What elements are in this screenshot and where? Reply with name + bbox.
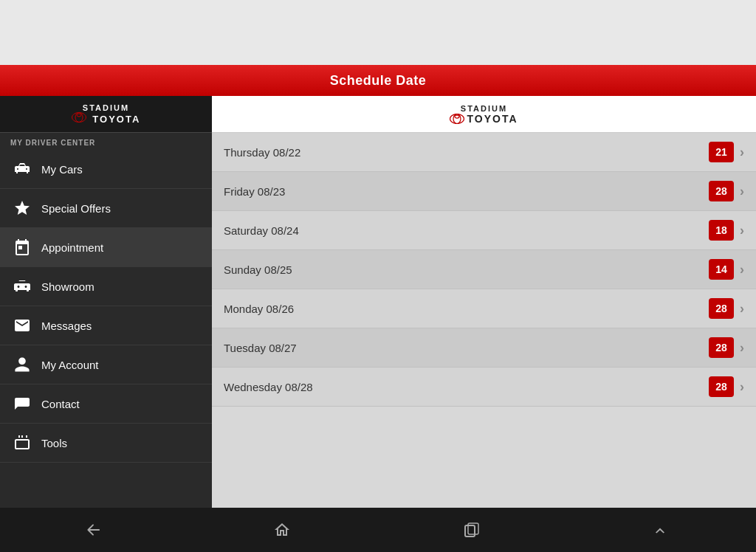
nav-item-special-offers[interactable]: Special Offers	[0, 189, 212, 228]
count-badge: 21	[709, 142, 734, 162]
nav-label-tools: Tools	[41, 437, 67, 449]
chevron-right-icon: ›	[740, 184, 744, 199]
chevron-right-icon: ›	[740, 223, 744, 238]
main-logo-top: STADIUM	[461, 104, 507, 113]
sidebar: STADIUM TOYOTA MY DRIVER CENTER	[0, 96, 212, 508]
count-badge: 28	[709, 376, 734, 397]
schedule-date-label: Wednesday 08/28	[224, 381, 313, 393]
schedule-item-right: 28›	[709, 181, 744, 201]
nav-item-appointment[interactable]: Appointment	[0, 228, 212, 267]
sidebar-logo-top: STADIUM	[83, 103, 129, 112]
schedule-date-label: Thursday 08/22	[224, 146, 300, 159]
nav-label-contact: Contact	[41, 398, 80, 410]
schedule-date-label: Tuesday 08/27	[224, 342, 297, 354]
schedule-list: Thursday 08/2221›Friday 08/2328›Saturday…	[212, 133, 756, 508]
main-content: STADIUM TOYOTA Thursday 08/2221›Friday 0…	[212, 96, 756, 508]
schedule-item-right: 21›	[709, 142, 744, 162]
schedule-date-label: Monday 08/26	[224, 303, 294, 315]
sidebar-logo: STADIUM TOYOTA	[0, 96, 212, 133]
nav-label-my-cars: My Cars	[41, 163, 83, 176]
schedule-date-label: Friday 08/23	[224, 185, 285, 198]
car-icon	[12, 160, 32, 178]
star-icon	[12, 199, 32, 217]
sidebar-logo-text: STADIUM TOYOTA	[72, 103, 141, 125]
count-badge: 28	[709, 298, 734, 319]
app-container: Schedule Date STADIUM TOYOTA	[0, 65, 756, 552]
page-title: Schedule Date	[330, 73, 427, 89]
chevron-right-icon: ›	[740, 301, 744, 317]
schedule-item-right: 28›	[709, 298, 744, 319]
recent-apps-button[interactable]	[447, 515, 498, 545]
sidebar-section-label: MY DRIVER CENTER	[0, 133, 212, 150]
bottom-nav-bar	[0, 508, 756, 552]
nav-label-showroom: Showroom	[41, 280, 94, 293]
message-icon	[12, 317, 32, 334]
nav-label-appointment: Appointment	[41, 241, 103, 254]
nav-item-showroom[interactable]: Showroom	[0, 267, 212, 306]
tools-icon	[12, 434, 32, 452]
svg-point-5	[455, 115, 459, 118]
schedule-item[interactable]: Friday 08/2328›	[212, 172, 756, 211]
back-button[interactable]	[69, 515, 120, 545]
nav-item-contact[interactable]: Contact	[0, 384, 212, 424]
schedule-item-right: 14›	[709, 259, 744, 280]
nav-item-messages[interactable]: Messages	[0, 306, 212, 345]
nav-label-my-account: My Account	[41, 359, 99, 371]
count-badge: 18	[709, 220, 734, 241]
nav-label-special-offers: Special Offers	[41, 202, 111, 215]
schedule-item[interactable]: Tuesday 08/2728›	[212, 328, 756, 368]
schedule-date-label: Sunday 08/25	[224, 263, 292, 276]
count-badge: 28	[709, 337, 734, 358]
account-icon	[12, 356, 32, 373]
contact-icon	[12, 395, 32, 413]
home-button[interactable]	[258, 515, 309, 545]
scroll-up-button[interactable]	[636, 515, 687, 545]
sidebar-logo-bottom: TOYOTA	[72, 112, 141, 125]
main-logo-bottom: TOYOTA	[450, 113, 518, 125]
main-logo-area: STADIUM TOYOTA	[212, 96, 756, 133]
content-area: STADIUM TOYOTA MY DRIVER CENTER	[0, 96, 756, 508]
toyota-emblem-icon	[72, 112, 86, 123]
nav-label-messages: Messages	[41, 320, 92, 332]
chevron-right-icon: ›	[740, 340, 744, 356]
nav-item-tools[interactable]: Tools	[0, 424, 212, 463]
schedule-item[interactable]: Wednesday 08/2828›	[212, 368, 756, 407]
calendar-icon	[12, 238, 32, 256]
main-logo-brand: TOYOTA	[467, 113, 518, 125]
schedule-item[interactable]: Saturday 08/2418›	[212, 211, 756, 250]
schedule-item-right: 28›	[709, 376, 744, 397]
header-bar: Schedule Date	[0, 65, 756, 96]
chevron-right-icon: ›	[740, 262, 744, 277]
chevron-right-icon: ›	[740, 379, 744, 395]
schedule-item-right: 18›	[709, 220, 744, 241]
chevron-right-icon: ›	[740, 145, 744, 160]
count-badge: 14	[709, 259, 734, 280]
schedule-date-label: Saturday 08/24	[224, 224, 299, 237]
top-bar	[0, 0, 756, 65]
main-logo: STADIUM TOYOTA	[450, 104, 518, 125]
main-toyota-emblem-icon	[450, 114, 464, 124]
nav-item-my-cars[interactable]: My Cars	[0, 150, 212, 189]
sidebar-logo-brand: TOYOTA	[92, 114, 140, 125]
schedule-item[interactable]: Thursday 08/2221›	[212, 133, 756, 172]
nav-item-my-account[interactable]: My Account	[0, 345, 212, 384]
schedule-item-right: 28›	[709, 337, 744, 358]
count-badge: 28	[709, 181, 734, 201]
showroom-icon	[12, 277, 32, 295]
schedule-item[interactable]: Sunday 08/2514›	[212, 250, 756, 289]
schedule-item[interactable]: Monday 08/2628›	[212, 289, 756, 328]
svg-point-2	[77, 114, 81, 117]
